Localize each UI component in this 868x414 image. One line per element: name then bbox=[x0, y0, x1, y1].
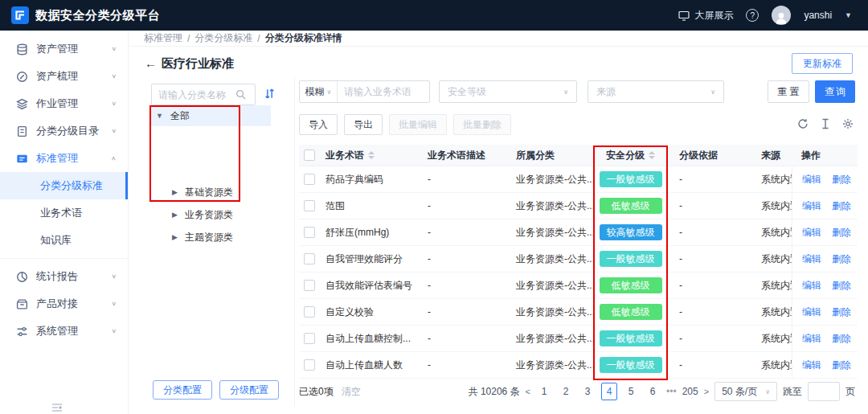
delete-link[interactable]: 删除 bbox=[832, 359, 851, 372]
export-button[interactable]: 导出 bbox=[344, 114, 383, 135]
delete-link[interactable]: 删除 bbox=[832, 226, 851, 240]
tree-node-all[interactable]: ▼ 全部 bbox=[150, 105, 271, 126]
standard-card-icon bbox=[16, 153, 28, 165]
column-height-icon[interactable] bbox=[820, 118, 831, 129]
delete-link[interactable]: 删除 bbox=[832, 173, 851, 187]
back-button[interactable]: ← bbox=[145, 56, 157, 70]
breadcrumb-separator: / bbox=[187, 33, 190, 44]
delete-link[interactable]: 删除 bbox=[832, 199, 851, 213]
select-all-checkbox[interactable] bbox=[304, 150, 315, 161]
match-mode-select[interactable]: 模糊 ∨ bbox=[300, 81, 338, 102]
sidebar-item-product-integration[interactable]: 产品对接 ∨ bbox=[0, 290, 128, 318]
prev-page-icon[interactable]: < bbox=[526, 387, 530, 396]
update-standard-button[interactable]: 更新标准 bbox=[792, 53, 853, 74]
edit-link[interactable]: 编辑 bbox=[802, 305, 821, 319]
edit-link[interactable]: 编辑 bbox=[802, 199, 821, 213]
app-window: 数据安全分类分级平台 大屏展示 ? yanshi ▼ 资产管理 ∨ 资产梳理 ∨ bbox=[0, 0, 868, 414]
cell-term: 自动上传血糖人数 bbox=[322, 352, 424, 378]
page-number-current[interactable]: 4 bbox=[601, 383, 617, 400]
batch-edit-button[interactable]: 批量编辑 bbox=[389, 114, 447, 135]
sidebar-item-label: 产品对接 bbox=[36, 297, 103, 311]
sort-icon[interactable] bbox=[264, 88, 276, 100]
row-checkbox[interactable] bbox=[304, 174, 315, 185]
cell-source: 系统内置 bbox=[753, 352, 792, 378]
row-checkbox[interactable] bbox=[304, 200, 315, 211]
sidebar-item-standard-management[interactable]: 标准管理 ∨ bbox=[0, 145, 128, 172]
page-number[interactable]: 205 bbox=[682, 383, 698, 400]
help-icon[interactable]: ? bbox=[746, 9, 759, 22]
business-term-input[interactable] bbox=[338, 86, 429, 97]
page-number[interactable]: 5 bbox=[623, 383, 639, 400]
jump-page-input[interactable] bbox=[808, 382, 840, 401]
import-button[interactable]: 导入 bbox=[299, 114, 338, 135]
edit-link[interactable]: 编辑 bbox=[802, 252, 821, 266]
edit-link[interactable]: 编辑 bbox=[802, 226, 821, 240]
sidebar-item-job-management[interactable]: 作业管理 ∨ bbox=[0, 90, 128, 117]
sidebar-item-label: 系统管理 bbox=[36, 324, 103, 338]
delete-link[interactable]: 删除 bbox=[832, 252, 851, 266]
sidebar-item-asset-sorting[interactable]: 资产梳理 ∨ bbox=[0, 63, 128, 90]
sidebar-item-asset-management[interactable]: 资产管理 ∨ bbox=[0, 35, 128, 63]
breadcrumb-item[interactable]: 标准管理 bbox=[144, 31, 182, 45]
tree-node-theme-resources[interactable]: ▶ 主题资源类 bbox=[150, 226, 271, 248]
sidebar-subitem-business-terms[interactable]: 业务术语 bbox=[0, 199, 128, 227]
next-page-icon[interactable]: > bbox=[704, 387, 709, 396]
row-checkbox[interactable] bbox=[304, 333, 315, 344]
row-checkbox[interactable] bbox=[304, 306, 315, 318]
grading-config-button[interactable]: 分级配置 bbox=[219, 380, 279, 400]
sidebar-subitem-classification-standard[interactable]: 分类分级标准 bbox=[0, 172, 128, 199]
sidebar-item-statistics-report[interactable]: 统计报告 ∨ bbox=[0, 263, 128, 290]
collapse-sidebar-icon[interactable] bbox=[51, 403, 63, 412]
page-ellipsis[interactable]: ••• bbox=[666, 386, 677, 397]
row-checkbox[interactable] bbox=[304, 359, 315, 371]
chevron-down-icon[interactable]: ▼ bbox=[845, 11, 852, 19]
page-number[interactable]: 6 bbox=[645, 383, 661, 400]
sort-carets-icon[interactable] bbox=[368, 151, 375, 159]
sliders-icon bbox=[16, 326, 28, 338]
edit-link[interactable]: 编辑 bbox=[802, 173, 821, 187]
batch-delete-button[interactable]: 批量删除 bbox=[453, 114, 511, 135]
header-security-level[interactable]: 安全分级 bbox=[593, 145, 668, 166]
row-checkbox[interactable] bbox=[304, 280, 315, 291]
fullscreen-display-button[interactable]: 大屏展示 bbox=[678, 9, 733, 23]
chevron-down-icon: ∨ bbox=[111, 73, 117, 80]
header-business-term[interactable]: 业务术语 bbox=[322, 145, 424, 166]
page-number[interactable]: 2 bbox=[558, 383, 574, 400]
sort-carets-icon[interactable] bbox=[649, 151, 655, 159]
delete-link[interactable]: 删除 bbox=[832, 279, 851, 293]
source-select[interactable]: 来源 ∨ bbox=[588, 80, 724, 103]
delete-link[interactable]: 删除 bbox=[832, 332, 851, 346]
clear-selection-link[interactable]: 清空 bbox=[342, 385, 361, 399]
settings-gear-icon[interactable] bbox=[842, 118, 854, 129]
sidebar-subitem-knowledge-base[interactable]: 知识库 bbox=[0, 227, 128, 254]
page-number[interactable]: 1 bbox=[536, 383, 552, 400]
security-level-select[interactable]: 安全等级 ∨ bbox=[439, 80, 577, 103]
row-checkbox[interactable] bbox=[304, 253, 315, 264]
edit-link[interactable]: 编辑 bbox=[802, 359, 821, 372]
breadcrumb-item[interactable]: 分类分级标准 bbox=[194, 31, 252, 45]
chevron-down-icon: ∨ bbox=[111, 301, 117, 307]
reset-button[interactable]: 重置 bbox=[768, 80, 809, 103]
query-button[interactable]: 查询 bbox=[815, 80, 855, 103]
classification-config-button[interactable]: 分类配置 bbox=[153, 380, 212, 400]
caret-right-icon[interactable]: ▶ bbox=[172, 188, 178, 196]
caret-down-icon[interactable]: ▼ bbox=[156, 112, 163, 120]
page-number[interactable]: 3 bbox=[579, 383, 596, 400]
username[interactable]: yanshi bbox=[804, 10, 832, 21]
delete-link[interactable]: 删除 bbox=[832, 305, 851, 319]
caret-right-icon[interactable]: ▶ bbox=[172, 233, 178, 241]
sidebar-item-classification-catalog[interactable]: 分类分级目录 ∨ bbox=[0, 117, 128, 145]
edit-link[interactable]: 编辑 bbox=[802, 332, 821, 346]
page-size-select[interactable]: 50 条/页 ∨ bbox=[714, 382, 777, 401]
caret-right-icon[interactable]: ▶ bbox=[172, 211, 178, 219]
tree-search-input[interactable] bbox=[158, 89, 235, 100]
avatar[interactable] bbox=[772, 6, 791, 25]
tree-node-label: 主题资源类 bbox=[185, 231, 233, 244]
edit-link[interactable]: 编辑 bbox=[802, 279, 821, 293]
refresh-icon[interactable] bbox=[797, 118, 809, 129]
tree-node-basic-resources[interactable]: ▶ 基础资源类 bbox=[150, 181, 271, 203]
search-icon[interactable] bbox=[235, 89, 246, 100]
tree-node-business-resources[interactable]: ▶ 业务资源类 bbox=[150, 203, 271, 226]
row-checkbox[interactable] bbox=[304, 227, 315, 238]
sidebar-item-system-management[interactable]: 系统管理 ∨ bbox=[0, 318, 128, 345]
